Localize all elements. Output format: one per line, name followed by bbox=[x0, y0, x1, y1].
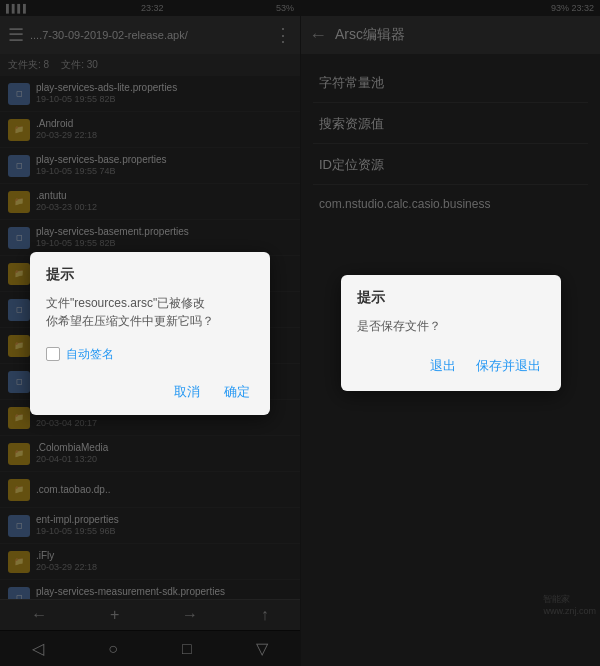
auto-sign-checkbox[interactable] bbox=[46, 347, 60, 361]
left-dialog-body: 文件"resources.arsc"已被修改 你希望在压缩文件中更新它吗？ bbox=[30, 290, 270, 340]
left-dialog-buttons: 取消 确定 bbox=[30, 373, 270, 415]
save-exit-button[interactable]: 保存并退出 bbox=[472, 355, 545, 377]
right-panel: 93% 23:32 ← Arsc编辑器 字符常量池 搜索资源值 ID定位资源 c… bbox=[300, 0, 600, 666]
left-dialog-body-line1: 文件"resources.arsc"已被修改 bbox=[46, 294, 254, 312]
confirm-button[interactable]: 确定 bbox=[220, 381, 254, 403]
left-dialog-body-line2: 你希望在压缩文件中更新它吗？ bbox=[46, 312, 254, 330]
cancel-button[interactable]: 取消 bbox=[170, 381, 204, 403]
right-dialog-buttons: 退出 保存并退出 bbox=[341, 351, 561, 391]
right-dialog-title: 提示 bbox=[341, 275, 561, 313]
right-dialog-body: 是否保存文件？ bbox=[341, 313, 561, 351]
left-dialog: 提示 文件"resources.arsc"已被修改 你希望在压缩文件中更新它吗？… bbox=[30, 252, 270, 415]
right-dialog: 提示 是否保存文件？ 退出 保存并退出 bbox=[341, 275, 561, 391]
right-dialog-overlay: 提示 是否保存文件？ 退出 保存并退出 bbox=[301, 0, 600, 666]
left-dialog-title: 提示 bbox=[30, 252, 270, 290]
auto-sign-label: 自动签名 bbox=[66, 346, 114, 363]
left-dialog-overlay: 提示 文件"resources.arsc"已被修改 你希望在压缩文件中更新它吗？… bbox=[0, 0, 300, 666]
left-panel: ▌▌▌▌ 23:32 53% ☰ ....7-30-09-2019-02-rel… bbox=[0, 0, 300, 666]
left-dialog-checkbox-row[interactable]: 自动签名 bbox=[30, 340, 270, 373]
exit-button[interactable]: 退出 bbox=[426, 355, 460, 377]
